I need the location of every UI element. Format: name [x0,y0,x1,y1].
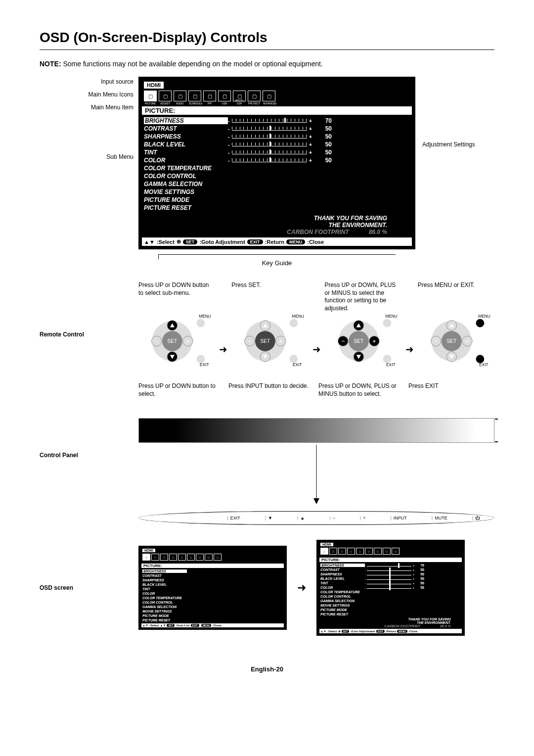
svg-point-15 [290,319,298,328]
set-label: SET [354,338,363,344]
svg-point-31 [383,355,391,363]
osd-icon-adjust: ▢ADJUST [159,91,172,101]
set-label: SET [261,338,270,344]
cp-btn-⏻: ⏻ [472,516,480,520]
osd-mini-right: HDMI▢▢▢▢▢▢▢▢▢PICTURE:BRIGHTNESS-+70CONTR… [316,540,465,636]
plusminus-icon: ⊕ [177,238,181,245]
osd-icon-osd: ▢OSD [218,91,231,101]
remote-step-2: Press SET. MENU EXIT SET − + [231,282,308,378]
pill-exit: EXIT [247,239,263,244]
osd-icon-picture: ▢PICTURE [144,91,157,101]
pill-menu: MENU [286,239,306,244]
set-label: SET [167,338,177,344]
osd-item-tint: TINT-+50 [144,148,410,156]
osd-item-picture-mode: PICTURE MODE [144,196,410,204]
osd-item-contrast: CONTRAST-+50 [144,125,410,133]
osd-item-movie-settings: MOVIE SETTINGS [144,188,410,196]
cp-captions: Press UP or DOWN button to select.Press … [138,382,494,412]
osd-item-color: COLOR-+50 [144,156,410,164]
arrow-icon: ➜ [405,304,414,355]
osd-item-brightness: BRIGHTNESS-+70 [144,117,410,125]
set-label: SET [446,338,456,344]
svg-text:MENU: MENU [199,314,211,319]
osd-icon-pip: ▢PIP [203,91,216,101]
osd-menu-title: PICTURE: [142,106,412,115]
osd-item-sharpness: SHARPNESS-+50 [144,133,410,141]
osd-item-gamma-selection: GAMMA SELECTION [144,180,410,188]
label-main-icons: Main Menu Icons [59,92,134,97]
svg-text:EXIT: EXIT [479,362,489,367]
remote-control-row: Remote Control Press UP or DOWN button t… [40,282,494,378]
page-number: English-20 [40,665,494,673]
osd-submenu-list: BRIGHTNESS-+70CONTRAST-+50SHARPNESS-+50B… [144,117,410,212]
cp-btn-−: − [329,516,335,520]
cp-btn-▼: ▼ [265,516,272,520]
svg-point-17 [290,355,298,363]
cp-btn-▲: ▲ [297,516,305,520]
svg-point-29 [383,319,391,328]
svg-point-1 [197,319,205,328]
svg-text:−: − [248,337,252,345]
svg-text:+: + [465,337,469,345]
cp-gradient [138,418,494,443]
osd-icon-protect: ▢PROTECT [248,91,261,101]
svg-marker-57 [313,498,319,504]
svg-text:−: − [434,337,438,345]
osd-screen-main: HDMI ▢PICTURE▢ADJUST▢AUDIO▢SCHEDULE▢PIP▢… [138,77,415,249]
osd-keyguide: ▲▼:Select ⊕SET:Goto Adjustment EXIT:Retu… [142,237,412,246]
svg-text:MENU: MENU [292,314,304,319]
label-input-source: Input source [59,79,134,85]
osd-left-labels: Input source Main Menu Icons Main Menu I… [59,77,138,167]
osd-icon-multi-dsp: ▢MULTI-DSP [233,91,246,101]
label-sub-menu: Sub Menu [59,154,134,160]
cp-btn-input: INPUT [390,516,406,520]
label-main-item: Main Menu Item [59,104,134,110]
osd-item-color-temperature: COLOR TEMPERATURE [144,164,410,172]
osd-icon-advanced: ▢ADVANCED [263,91,275,101]
osd-input-source: HDMI [144,82,164,89]
osd-environment-msg: THANK YOU FOR SAVING THE ENVIRONMENT. CA… [144,215,410,236]
svg-text:EXIT: EXIT [386,362,396,367]
arrow-icon: ➜ [219,304,227,355]
cp-btn-+: + [360,516,366,520]
arrow-icon: ➜ [287,581,316,594]
osd-mini-left: HDMI▢▢▢▢▢▢▢▢▢PICTURE:BRIGHTNESSCONTRASTS… [138,546,287,630]
control-panel-label: Control Panel [40,382,138,525]
remote-step-3: Press UP or DOWN, PLUS or MINUS to selec… [325,282,401,378]
osd-item-color-control: COLOR CONTROL [144,172,410,180]
remote-steps: Press UP or DOWN button to select sub-me… [138,282,494,378]
remote-step-4: Press MENU or EXIT. MENU EXIT SET − + [418,282,494,378]
osd-item-picture-reset: PICTURE RESET [144,204,410,212]
svg-text:+: + [372,337,376,345]
remote-label: Remote Control [40,282,138,338]
page-title: OSD (On-Screen-Display) Controls [40,30,494,46]
cp-step-2: Press INPUT button to decide. [228,382,314,412]
label-adj-settings: Adjustment Settings [422,141,490,148]
updown-icon: ▲▼ [144,239,155,245]
note-text: NOTE: Some functions may not be availabl… [40,60,494,68]
svg-text:+: + [279,337,283,345]
osd-item-black-level: BLACK LEVEL-+50 [144,141,410,148]
svg-text:EXIT: EXIT [200,362,209,367]
main-osd-diagram: Input source Main Menu Icons Main Menu I… [59,77,494,249]
svg-point-3 [197,355,205,363]
svg-text:−: − [155,337,159,345]
cp-panel-strip: EXIT▼▲−+INPUTMUTE⏻ [138,511,494,525]
osd-icon-audio: ▢AUDIO [174,91,186,101]
osd-right-labels: Adjustment Settings [415,77,490,148]
svg-text:MENU: MENU [385,314,398,319]
svg-point-43 [476,319,484,328]
osd-mini-row: OSD screen HDMI▢▢▢▢▢▢▢▢▢PICTURE:BRIGHTNE… [40,540,494,636]
svg-text:−: − [341,337,345,345]
pill-set: SET [183,239,198,244]
cp-btn-mute: MUTE [432,516,447,520]
remote-step-1: Press UP or DOWN button to select sub-me… [138,282,215,378]
svg-text:EXIT: EXIT [293,362,302,367]
svg-text:+: + [186,337,190,345]
cp-btn-exit: EXIT [227,516,240,520]
arrow-icon: ➜ [312,304,321,355]
cp-step-1: Press UP or DOWN button to select. [138,382,224,412]
svg-point-45 [476,355,484,363]
osd-screen-label: OSD screen [40,584,138,591]
heading-rule [40,49,494,50]
